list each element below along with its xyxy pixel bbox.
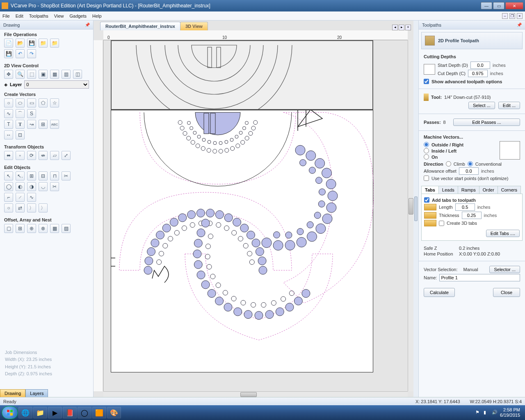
tab-leads[interactable]: Leads xyxy=(438,186,458,194)
mdi-restore[interactable]: ❐ xyxy=(509,13,515,19)
align-icon[interactable]: ▫ xyxy=(16,151,25,160)
trim-icon[interactable]: ✂ xyxy=(62,171,71,180)
ellipse-icon[interactable]: ⬭ xyxy=(16,98,25,107)
circle-icon[interactable]: ○ xyxy=(4,98,13,107)
design-canvas[interactable] xyxy=(103,40,408,391)
join-icon[interactable]: ⊓ xyxy=(50,171,59,180)
maximize-button[interactable]: ▭ xyxy=(493,2,504,9)
minimize-button[interactable]: — xyxy=(481,2,492,9)
tab-drawing[interactable]: Drawing xyxy=(0,389,25,397)
menu-help[interactable]: Help xyxy=(92,14,102,18)
circular-array-icon[interactable]: ⊕ xyxy=(27,224,36,233)
undo-icon[interactable]: ↶ xyxy=(16,49,25,58)
tray-volume-icon[interactable]: 🔊 xyxy=(492,410,498,415)
mv-inside-radio[interactable] xyxy=(424,148,429,153)
tile-icon[interactable]: ◫ xyxy=(73,70,82,79)
export-icon[interactable]: 📁 xyxy=(50,39,59,48)
close-button[interactable]: ✕ xyxy=(505,2,523,9)
taskbar-explorer-icon[interactable]: 📁 xyxy=(33,407,47,418)
rect-icon[interactable]: ▭ xyxy=(27,98,36,107)
create-3d-check[interactable] xyxy=(439,221,444,226)
mdi-close[interactable]: × xyxy=(517,13,523,19)
polygon-icon[interactable]: ⬠ xyxy=(39,98,48,107)
taskbar-paint-icon[interactable]: 🎨 xyxy=(107,407,121,418)
offset-vector-icon[interactable]: ▢ xyxy=(4,224,13,233)
edit-passes-button[interactable]: Edit Passes ... xyxy=(453,119,520,126)
inc-save-icon[interactable]: 💾 xyxy=(4,49,13,58)
tray-network-icon[interactable]: ▮ xyxy=(484,410,489,415)
dimension-icon[interactable]: ↔ xyxy=(4,130,13,139)
save-file-icon[interactable]: 💾 xyxy=(27,39,36,48)
show-advanced-check[interactable] xyxy=(424,79,429,84)
fillet-icon[interactable]: ⌐ xyxy=(4,193,13,202)
tab-corners[interactable]: Corners xyxy=(498,186,521,194)
start-button[interactable] xyxy=(2,406,18,419)
scale-icon[interactable]: ⤢ xyxy=(62,151,71,160)
length-input[interactable] xyxy=(455,203,475,211)
doc-tab-main[interactable]: RouterBit_Amphitheater_instrux xyxy=(100,22,180,30)
extend-icon[interactable]: ⟋ xyxy=(16,193,25,202)
array-copy-icon[interactable]: ⊞ xyxy=(16,224,25,233)
v-scrollbar[interactable] xyxy=(408,40,413,391)
add-tabs-check[interactable] xyxy=(424,197,429,203)
close-panel-button[interactable]: Close xyxy=(493,288,520,297)
tab-layers[interactable]: Layers xyxy=(25,389,48,397)
taskbar-vcarve-icon[interactable]: 🟧 xyxy=(92,407,106,418)
taskbar-chrome-icon[interactable]: ◯ xyxy=(78,407,91,418)
plate-icon[interactable]: ▦ xyxy=(50,224,59,233)
splitter-handle[interactable] xyxy=(413,21,418,397)
redo-icon[interactable]: ↷ xyxy=(27,49,36,58)
reverse-icon[interactable]: ⇄ xyxy=(16,203,25,212)
taskbar-app1-icon[interactable]: 📕 xyxy=(63,407,77,418)
menu-gadgets[interactable]: Gadgets xyxy=(69,14,87,18)
new-file-icon[interactable]: 📄 xyxy=(4,39,13,48)
trace-icon[interactable]: ⊞ xyxy=(39,120,48,129)
conventional-radio[interactable] xyxy=(468,161,473,167)
edit-tabs-button[interactable]: Edit Tabs .... xyxy=(486,230,520,237)
pin-icon[interactable]: 📌 xyxy=(517,23,522,27)
cut-depth-input[interactable] xyxy=(468,70,488,77)
selector-button[interactable]: Selector ... xyxy=(489,266,520,273)
tab-order[interactable]: Order xyxy=(479,186,498,194)
toolpath-name-input[interactable] xyxy=(439,274,520,281)
open-file-icon[interactable]: 📂 xyxy=(16,39,25,48)
pan-icon[interactable]: ✥ xyxy=(4,70,13,79)
tray-clock[interactable]: 2:58 PM 6/19/2015 xyxy=(500,407,520,418)
node-edit-icon[interactable]: ↖. xyxy=(16,171,25,180)
menu-view[interactable]: View xyxy=(54,14,64,18)
polyline-icon[interactable]: ∿ xyxy=(4,109,13,118)
doc-tab-3dview[interactable]: 3D View xyxy=(180,22,208,30)
subtract-icon[interactable]: ◐ xyxy=(16,182,25,191)
use-start-check[interactable] xyxy=(424,176,429,181)
climb-radio[interactable] xyxy=(446,161,451,167)
import-icon[interactable]: 📁 xyxy=(39,39,48,48)
tray-flag-icon[interactable]: ⚑ xyxy=(475,410,481,415)
mv-on-radio[interactable] xyxy=(424,154,429,160)
mv-outside-radio[interactable] xyxy=(424,142,429,147)
arc-icon[interactable]: ⌒ xyxy=(16,109,25,118)
select-icon[interactable]: ↖ xyxy=(4,171,13,180)
scissors-icon[interactable]: ✂ xyxy=(50,182,59,191)
mdi-minimize[interactable]: – xyxy=(502,13,508,19)
calculate-button[interactable]: Calculate xyxy=(424,288,455,297)
weld-icon[interactable]: ◯ xyxy=(4,182,13,191)
start-depth-input[interactable] xyxy=(470,62,490,69)
taskbar-ie-icon[interactable]: 🌐 xyxy=(18,407,32,418)
smooth-icon[interactable]: ∿ xyxy=(27,193,36,202)
menu-edit[interactable]: Edit xyxy=(16,14,23,18)
nest-icon[interactable]: ⊗ xyxy=(39,224,48,233)
group-icon[interactable]: ⊞ xyxy=(27,171,36,180)
move-icon[interactable]: ⬌ xyxy=(4,151,13,160)
ungroup-icon[interactable]: ⊟ xyxy=(39,171,48,180)
tab-prev-icon[interactable]: ◂ xyxy=(392,25,398,30)
intersect-icon[interactable]: ◑ xyxy=(27,182,36,191)
zoom-window-icon[interactable]: ⬚ xyxy=(27,70,36,79)
mirror-icon[interactable]: ⇎ xyxy=(39,151,48,160)
edit-tool-button[interactable]: Edit ... xyxy=(498,102,520,109)
curve-icon[interactable]: S xyxy=(27,109,36,118)
measure-icon[interactable]: ⊡ xyxy=(16,130,25,139)
tab-tabs[interactable]: Tabs xyxy=(421,186,439,194)
guides-icon[interactable]: ▥ xyxy=(62,70,71,79)
tab-ramps[interactable]: Ramps xyxy=(458,186,479,194)
tab-next-icon[interactable]: ▸ xyxy=(399,25,404,30)
